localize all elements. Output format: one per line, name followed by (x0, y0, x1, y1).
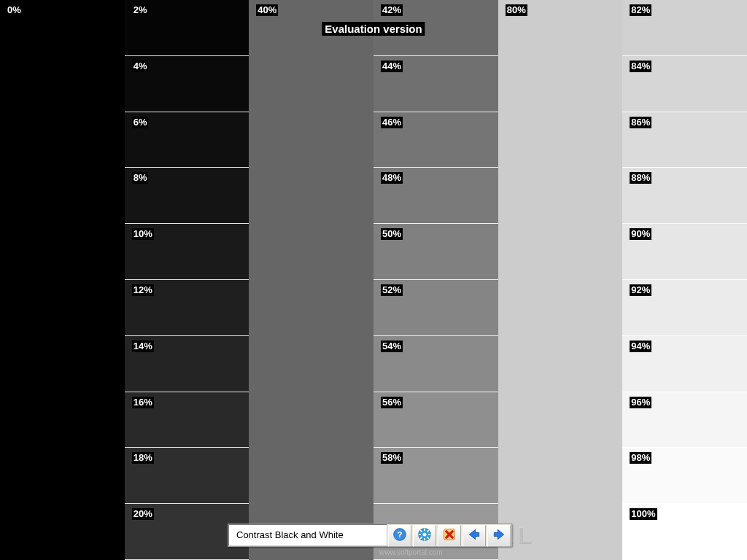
gray-swatch: 82% (622, 0, 747, 56)
next-button[interactable] (487, 525, 511, 547)
close-button[interactable] (438, 525, 461, 547)
gray-swatch: 18% (125, 448, 249, 504)
swatch-label: 86% (630, 117, 651, 128)
swatch-label: 54% (381, 341, 403, 352)
swatch-label: 96% (630, 397, 651, 408)
swatch-label: 42% (381, 4, 403, 16)
svg-text:?: ? (397, 529, 402, 539)
swatch-label: 84% (630, 61, 651, 72)
gray-swatch: 98% (622, 448, 747, 504)
gray-swatch: 8% (125, 168, 249, 224)
help-icon: ? (392, 527, 407, 545)
swatch-label: 80% (506, 4, 527, 16)
swatch-label: 46% (381, 117, 403, 128)
gray-swatch: 54% (374, 336, 498, 392)
swatch-label: 52% (381, 284, 403, 296)
gray-swatch: 14% (125, 336, 249, 392)
prev-button[interactable] (462, 525, 486, 547)
help-button[interactable]: ? (388, 525, 411, 547)
gray-swatch: 90% (622, 224, 747, 280)
evaluation-banner: Evaluation version (322, 22, 425, 36)
gray-swatch: 46% (374, 112, 498, 168)
swatch-label: 0% (7, 4, 21, 16)
swatch-label: 88% (630, 172, 651, 184)
next-arrow-icon (492, 527, 506, 545)
svg-point-3 (423, 533, 427, 537)
swatch-label: 48% (381, 172, 403, 184)
gray-swatch: 48% (374, 168, 498, 224)
gray-swatch: 96% (622, 392, 747, 448)
swatch-label: 98% (630, 452, 651, 464)
swatch-label: 10% (132, 228, 154, 240)
swatch-label: 18% (132, 452, 154, 464)
swatch-label: 8% (132, 172, 149, 184)
gray-swatch: 86% (622, 112, 747, 168)
swatch-label: 44% (381, 61, 403, 72)
gray-swatch: 44% (374, 56, 498, 112)
gray-swatch: 100% (622, 504, 747, 560)
swatch-label: 40% (256, 4, 278, 16)
gray-swatch: 94% (622, 336, 747, 392)
swatch-label: 14% (132, 341, 154, 352)
control-toolbar: Contrast Black and White ? (228, 524, 512, 547)
close-icon (442, 527, 457, 545)
gray-swatch: 84% (622, 56, 747, 112)
gray-swatch: 4% (125, 56, 249, 112)
gray-swatch: 2% (125, 0, 249, 56)
gray-swatch: 0% (0, 0, 125, 56)
swatch-label: 6% (132, 117, 149, 128)
swatch-label: 12% (132, 284, 154, 296)
gray-swatch: 6% (125, 112, 249, 168)
gray-swatch: 16% (125, 392, 249, 448)
gray-swatch: 92% (622, 280, 747, 336)
gray-column-plain: 0% (0, 0, 125, 560)
swatch-label: 100% (630, 508, 657, 520)
options-button[interactable] (413, 525, 436, 547)
gray-swatch: 12% (125, 280, 249, 336)
gray-swatch: 50% (374, 224, 498, 280)
swatch-label: 20% (132, 508, 154, 520)
swatch-label: 16% (132, 397, 154, 408)
swatch-label: 90% (630, 228, 651, 240)
swatch-label: 82% (630, 4, 651, 16)
prev-arrow-icon (467, 527, 481, 545)
swatch-label: 4% (132, 61, 149, 72)
gray-swatch: 58% (374, 448, 498, 504)
options-icon (417, 527, 432, 545)
swatch-label: 92% (630, 284, 651, 296)
gray-column-ramp: 42%44%46%48%50%52%54%56%58% (374, 0, 498, 560)
gray-swatch: 88% (622, 168, 747, 224)
swatch-label: 58% (381, 452, 403, 464)
gray-swatch: 56% (374, 392, 498, 448)
swatch-label: 56% (381, 397, 403, 408)
toolbar-caption: Contrast Black and White (228, 524, 387, 546)
gray-column-ramp: 2%4%6%8%10%12%14%16%18%20% (125, 0, 249, 560)
swatch-label: 94% (630, 341, 651, 352)
gray-swatch: 80% (498, 0, 623, 56)
gray-swatch: 52% (374, 280, 498, 336)
gray-column-ramp: 82%84%86%88%90%92%94%96%98%100% (622, 0, 747, 560)
gray-swatch: 10% (125, 224, 249, 280)
swatch-label: 50% (381, 228, 403, 240)
swatch-label: 2% (132, 4, 149, 16)
gray-column-plain: 40% (249, 0, 374, 560)
gray-column-plain: 80% (498, 0, 623, 560)
